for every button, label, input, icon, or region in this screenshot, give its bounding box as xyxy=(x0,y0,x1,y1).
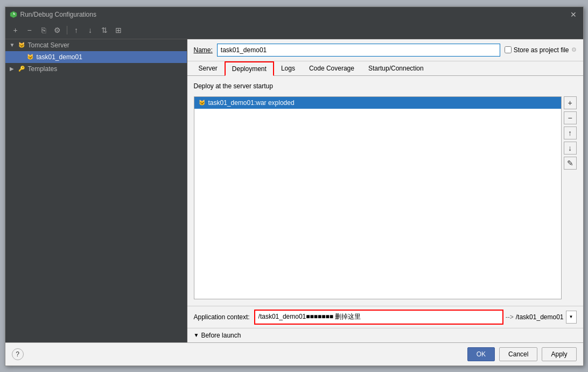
store-checkbox[interactable] xyxy=(505,46,512,53)
close-button[interactable]: ✕ xyxy=(568,9,579,20)
right-panel: Name: Store as project file ⚙ Server Dep… xyxy=(187,39,583,342)
cancel-button[interactable]: Cancel xyxy=(499,347,537,361)
tabs-bar: Server Deployment Logs Code Coverage Sta… xyxy=(187,61,583,76)
dropdown-arrow-icon: ▼ xyxy=(569,314,573,319)
app-context-result: /task01_demo01 xyxy=(516,313,564,321)
list-up-button[interactable]: ↑ xyxy=(564,127,577,139)
tab-content-deployment: Deploy at the server startup 🐱 task01_de… xyxy=(187,76,583,306)
app-context-row: Application context: --> /task01_demo01 … xyxy=(187,306,583,328)
deploy-list-area: 🐱 task01_demo01:war exploded + − ↑ ↓ ✎ xyxy=(194,96,577,299)
sidebar-item-label-templates: Templates xyxy=(28,65,58,73)
store-checkbox-area: Store as project file ⚙ xyxy=(505,46,577,54)
tree-arrow-templates: ▶ xyxy=(10,66,15,72)
deploy-section-label: Deploy at the server startup xyxy=(194,82,577,90)
dialog-icon xyxy=(10,11,17,18)
tab-logs[interactable]: Logs xyxy=(274,61,302,76)
sidebar-item-templates[interactable]: ▶ 🔑 Templates xyxy=(5,63,187,75)
bottom-buttons: OK Cancel Apply xyxy=(467,347,577,361)
app-context-highlight xyxy=(254,310,503,325)
store-label: Store as project file xyxy=(514,46,569,54)
sidebar-item-label-tomcat: Tomcat Server xyxy=(28,41,69,49)
tab-startup-connection[interactable]: Startup/Connection xyxy=(361,61,431,76)
tomcat-icon: 🐱 xyxy=(17,41,26,50)
settings-button[interactable]: ⚙ xyxy=(52,24,64,36)
task-config-icon: 🐱 xyxy=(26,53,34,61)
list-down-button[interactable]: ↓ xyxy=(564,142,577,155)
sidebar-item-label-task01: task01_demo01 xyxy=(37,53,82,61)
move-up-button[interactable]: ↑ xyxy=(71,24,82,36)
list-remove-button[interactable]: − xyxy=(564,111,577,124)
tab-code-coverage[interactable]: Code Coverage xyxy=(302,61,361,76)
title-bar: Run/Debug Configurations ✕ xyxy=(5,7,583,22)
deploy-item-icon: 🐱 xyxy=(199,100,205,106)
app-context-input-wrapper: --> /task01_demo01 ▼ xyxy=(254,310,577,325)
sidebar-item-task01-demo01[interactable]: 🐱 task01_demo01 xyxy=(5,51,187,63)
sidebar-item-tomcat-server[interactable]: ▼ 🐱 Tomcat Server xyxy=(5,39,187,51)
name-row: Name: Store as project file ⚙ xyxy=(187,39,583,61)
bottom-bar: ? OK Cancel Apply xyxy=(5,342,583,366)
remove-config-button[interactable]: − xyxy=(24,24,36,36)
copy-config-button[interactable]: ⎘ xyxy=(38,24,50,36)
before-launch-section: ▼ Before launch xyxy=(187,328,583,342)
before-launch-arrow: ▼ xyxy=(194,332,199,338)
add-config-button[interactable]: + xyxy=(10,24,22,36)
before-launch-header[interactable]: ▼ Before launch xyxy=(194,332,577,339)
tree-arrow-tomcat: ▼ xyxy=(10,42,15,48)
app-context-dropdown-button[interactable]: ▼ xyxy=(566,311,577,324)
help-button[interactable]: ? xyxy=(12,348,24,360)
ok-button[interactable]: OK xyxy=(467,347,495,361)
toolbar: + − ⎘ ⚙ ↑ ↓ ⇅ ⊞ xyxy=(5,22,583,39)
list-add-button[interactable]: + xyxy=(564,96,577,109)
list-edit-button[interactable]: ✎ xyxy=(564,157,577,170)
app-context-label: Application context: xyxy=(194,313,250,321)
app-context-input[interactable] xyxy=(255,311,502,324)
list-buttons: + − ↑ ↓ ✎ xyxy=(564,96,577,299)
deploy-item[interactable]: 🐱 task01_demo01:war exploded xyxy=(194,97,561,109)
name-input[interactable] xyxy=(217,44,500,57)
before-launch-label: Before launch xyxy=(201,332,241,339)
main-content: ▼ 🐱 Tomcat Server 🐱 task01_demo01 ▶ 🔑 Te… xyxy=(5,39,583,342)
left-panel: ▼ 🐱 Tomcat Server 🐱 task01_demo01 ▶ 🔑 Te… xyxy=(5,39,187,342)
dialog-title: Run/Debug Configurations xyxy=(20,11,96,18)
tab-server[interactable]: Server xyxy=(192,61,225,76)
toolbar-separator xyxy=(67,26,67,34)
template-icon: 🔑 xyxy=(17,65,26,73)
run-debug-dialog: Run/Debug Configurations ✕ + − ⎘ ⚙ ↑ ↓ ⇅… xyxy=(5,6,584,366)
name-label: Name: xyxy=(194,46,213,54)
gear-icon[interactable]: ⚙ xyxy=(571,46,577,53)
apply-button[interactable]: Apply xyxy=(542,347,576,361)
move-down-button[interactable]: ↓ xyxy=(85,24,96,36)
deploy-list[interactable]: 🐱 task01_demo01:war exploded xyxy=(194,96,562,299)
app-context-arrow: --> xyxy=(506,313,514,321)
sort-button[interactable]: ⇅ xyxy=(99,24,110,36)
tab-deployment[interactable]: Deployment xyxy=(225,61,274,76)
deploy-item-label: task01_demo01:war exploded xyxy=(208,99,295,107)
filter-button[interactable]: ⊞ xyxy=(113,24,124,36)
title-bar-left: Run/Debug Configurations xyxy=(10,11,96,18)
